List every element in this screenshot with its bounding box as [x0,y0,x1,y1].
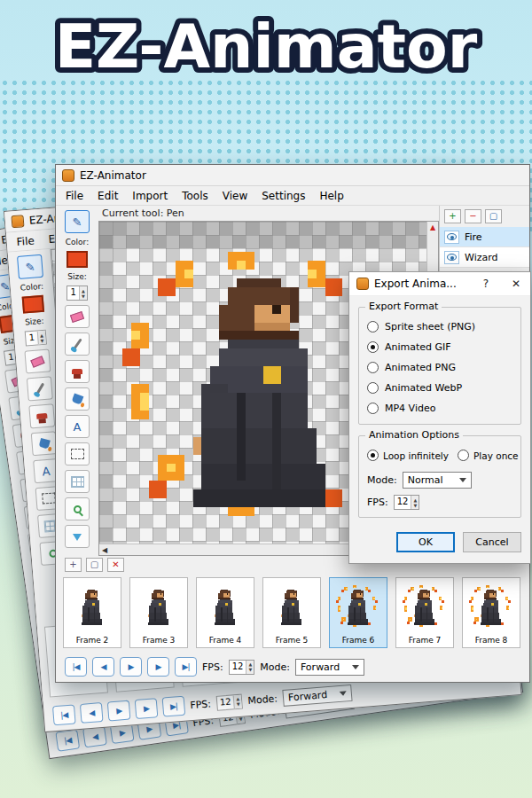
playback-bar: |◀ ◀ ▶ ▶ ▶| FPS: 12 ▲▼ Mode: Forward [56,652,529,682]
fps-spinner[interactable]: 12 ▲▼ [229,660,255,675]
frame-card[interactable]: Frame 8 [462,577,520,648]
radio-icon[interactable] [367,341,379,353]
layer-row-wizard[interactable]: Wizard [440,247,529,268]
radio-animated-png[interactable]: Animated PNG [367,357,512,378]
eraser-tool-button [24,348,51,373]
cancel-button[interactable]: Cancel [463,532,521,552]
menu-tools[interactable]: Tools [176,188,215,204]
radio-icon[interactable] [367,321,379,332]
duplicate-frame-button[interactable]: ▢ [86,558,103,572]
spinner-arrows-icon[interactable]: ▲▼ [79,286,87,300]
step-back-button[interactable]: ◀ [92,657,114,677]
pen-tool-button[interactable]: ✎ [65,210,90,233]
radio-animated-gif[interactable]: Animated GIF [367,337,512,357]
text-tool-icon: A [42,464,51,478]
eyedropper-tool-button [27,376,53,401]
mode-value: Forward [301,661,340,673]
menu-settings[interactable]: Settings [255,188,311,204]
add-layer-button[interactable]: + [444,209,461,223]
skip-start-icon: |◀ [55,729,80,751]
spinner-arrows-icon[interactable]: ▲▼ [411,496,419,509]
step-forward-button[interactable]: ▶ [147,657,169,677]
radio-animated-webp[interactable]: Animated WebP [367,378,512,398]
color-swatch [22,295,44,314]
frame-card-selected[interactable]: Frame 6 [329,577,387,648]
text-tool-button[interactable]: A [65,415,90,438]
layer-row-fire[interactable]: Fire [440,227,529,247]
radio-icon[interactable] [367,403,379,414]
menu-edit[interactable]: Edit [91,188,124,204]
layer-visibility-toggle[interactable] [444,251,459,264]
ok-button[interactable]: OK [396,532,455,552]
menu-help[interactable]: Help [313,188,349,204]
radio-icon[interactable] [458,450,469,461]
fps-label: FPS: [202,661,223,673]
color-swatch[interactable] [66,251,88,268]
help-button[interactable]: ? [473,274,498,294]
dialog-mode-dropdown[interactable]: Normal [403,472,472,489]
text-tool-icon: A [74,420,82,434]
menu-file[interactable]: File [59,188,90,204]
frame-thumbnail [137,578,181,636]
radio-icon[interactable] [367,382,379,394]
move-icon [73,534,82,545]
play-button[interactable]: ▶ [120,657,142,677]
zoom-tool-button[interactable] [65,497,90,520]
layer-visibility-toggle[interactable] [444,231,459,244]
radio-icon[interactable] [367,450,379,461]
radio-mp4-video[interactable]: MP4 Video [367,398,512,419]
eyedropper-tool-button[interactable] [65,332,90,356]
step-back-icon: ◀ [80,702,104,724]
eraser-icon [30,356,44,368]
eraser-tool-button[interactable] [65,305,90,328]
delete-frame-button[interactable]: ✕ [107,558,124,572]
grid-tool-button[interactable] [65,470,90,493]
stamp-tool-button[interactable] [65,360,90,383]
export-format-title: Export Format [365,301,442,312]
radio-loop-infinitely[interactable]: Loop infinitely [367,445,449,466]
skip-start-button[interactable]: |◀ [65,657,87,677]
skip-end-button[interactable]: ▶| [175,657,197,677]
chevron-down-icon [459,478,466,482]
dialog-fps-value: 12 [395,496,411,509]
radio-icon[interactable] [367,362,379,373]
remove-layer-button[interactable]: − [465,209,481,223]
frames-strip: Frame 2 Frame 3 Frame 4 Frame 5 Frame 6 … [56,574,529,652]
pen-icon: ✎ [25,260,35,274]
move-tool-button[interactable] [65,525,90,548]
size-label: Size: [67,272,87,281]
size-spinner[interactable]: 1 ▲▼ [66,286,88,301]
radio-sprite-sheet[interactable]: Sprite sheet (PNG) [367,317,512,337]
frame-thumbnail [270,578,314,636]
close-button[interactable]: ✕ [504,274,528,294]
dialog-titlebar: Export Anima... ? ✕ [349,272,530,296]
menu-file: File [10,231,41,250]
frame-card[interactable]: Frame 2 [63,577,121,648]
color-label: Color: [66,238,89,246]
mode-dropdown: Forward [282,684,352,706]
frame-label: Frame 7 [409,636,442,647]
fps-label: FPS: [190,698,212,711]
duplicate-layer-button[interactable]: ▢ [485,209,502,223]
dialog-fps-spinner[interactable]: 12 ▲▼ [394,495,420,510]
spinner-arrows-icon[interactable]: ▲▼ [246,661,254,674]
mode-dropdown[interactable]: Forward [295,659,364,676]
menu-view[interactable]: View [216,188,254,204]
frame-thumbnail [469,578,513,636]
frame-label: Frame 6 [342,636,375,647]
app-icon [11,215,24,228]
fill-tool-button[interactable] [65,387,90,411]
size-value: 1 [67,286,79,300]
animation-options-group: Animation Options Loop infinitely Play o… [358,435,521,518]
select-tool-button[interactable] [65,442,90,466]
pen-icon: ✎ [73,215,82,229]
radio-play-once[interactable]: Play once [458,445,519,466]
frame-card[interactable]: Frame 7 [395,577,454,648]
menu-import[interactable]: Import [126,188,174,204]
frame-label: Frame 2 [76,636,109,647]
add-frame-button[interactable]: + [65,558,82,572]
frame-card[interactable]: Frame 4 [196,577,254,648]
frame-card[interactable]: Frame 5 [262,577,321,648]
stamp-icon [36,413,47,419]
frame-card[interactable]: Frame 3 [129,577,188,648]
